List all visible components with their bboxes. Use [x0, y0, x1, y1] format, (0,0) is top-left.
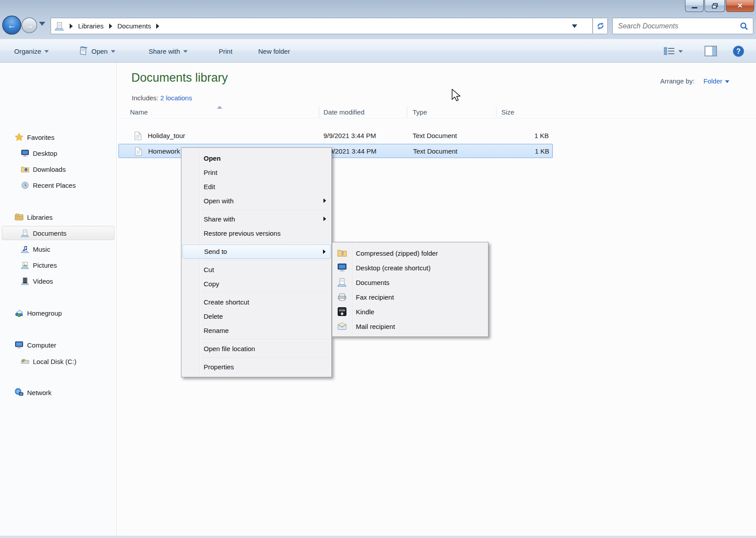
sidebar-label: Documents	[33, 229, 67, 237]
chevron-down-icon	[44, 50, 49, 53]
organize-label: Organize	[14, 47, 41, 55]
change-view-button[interactable]	[664, 40, 683, 63]
print-button[interactable]: Print	[219, 40, 232, 63]
notepad-icon	[79, 46, 88, 56]
computer-icon	[15, 340, 24, 349]
sendto-item-documents[interactable]: Documents	[332, 275, 488, 290]
text-document-icon	[135, 147, 142, 156]
menu-item-restore-previous-versions[interactable]: Restore previous versions	[181, 226, 331, 241]
sidebar-item-local-disk-c[interactable]: Local Disk (C:)	[21, 354, 76, 368]
forward-button[interactable]: →	[21, 17, 37, 33]
svg-text:kindle: kindle	[339, 309, 345, 312]
new-folder-button[interactable]: New folder	[258, 40, 290, 63]
menu-item-copy[interactable]: Copy	[181, 277, 331, 291]
sidebar-label: Music	[33, 245, 50, 253]
help-icon: ?	[732, 45, 744, 57]
menu-item-properties[interactable]: Properties	[181, 360, 331, 374]
file-row-holiday-tour[interactable]: Holiday_tour 9/9/2021 3:44 PM Text Docum…	[118, 129, 553, 143]
arrange-by-value[interactable]: Folder	[703, 77, 729, 85]
minimize-button[interactable]	[685, 0, 704, 12]
sort-ascending-icon[interactable]	[217, 106, 222, 109]
column-separator[interactable]	[407, 107, 407, 118]
text-document-icon	[134, 131, 142, 140]
menu-item-label: Open with	[204, 197, 234, 205]
file-date: 9/9/2021 3:44 PM	[323, 129, 376, 143]
organize-button[interactable]: Organize	[14, 40, 49, 63]
preview-pane-button[interactable]	[705, 40, 717, 63]
breadcrumb-documents[interactable]: Documents	[118, 22, 151, 30]
menu-item-delete[interactable]: Delete	[181, 309, 331, 324]
sendto-item-mail-recipient[interactable]: Mail recipient	[332, 319, 488, 334]
star-icon	[15, 133, 24, 142]
help-button[interactable]: ?	[732, 40, 744, 63]
locations-link[interactable]: 2 locations	[160, 94, 192, 102]
includes-label: Includes:	[132, 94, 158, 102]
menu-item-open[interactable]: Open	[181, 151, 331, 166]
column-header-name[interactable]: Name	[130, 107, 148, 118]
file-size: 1 KB	[496, 129, 549, 143]
submenu-arrow-icon	[323, 249, 326, 254]
sidebar-item-downloads[interactable]: Downloads	[21, 162, 66, 176]
share-with-label: Share with	[149, 47, 180, 55]
menu-item-open-with[interactable]: Open with	[181, 194, 331, 208]
maximize-button[interactable]	[705, 0, 725, 12]
menu-separator	[181, 259, 331, 263]
menu-item-create-shortcut[interactable]: Create shortcut	[181, 295, 331, 309]
local-disk-icon	[21, 357, 29, 366]
sidebar-item-recent-places[interactable]: Recent Places	[21, 178, 76, 192]
sidebar-item-desktop[interactable]: Desktop	[21, 146, 57, 160]
sidebar-item-documents[interactable]: Documents	[21, 226, 67, 240]
sidebar-item-computer[interactable]: Computer	[15, 338, 56, 352]
file-name: Holiday_tour	[148, 129, 185, 143]
sendto-item-compressed-folder[interactable]: Compressed (zipped) folder	[332, 246, 488, 261]
back-arrow-icon: ←	[8, 21, 16, 30]
sidebar-label: Computer	[27, 341, 56, 349]
breadcrumb-arrow-icon[interactable]	[70, 24, 73, 29]
sidebar-item-videos[interactable]: Videos	[21, 274, 53, 288]
close-button[interactable]: ✕	[726, 0, 754, 12]
arrange-by[interactable]: Arrange by: Folder	[660, 77, 729, 85]
column-header-date[interactable]: Date modified	[323, 107, 365, 118]
sidebar-label: Recent Places	[33, 182, 76, 189]
list-view-icon	[664, 46, 675, 56]
menu-item-edit[interactable]: Edit	[181, 180, 331, 194]
menu-item-print[interactable]: Print	[181, 166, 331, 180]
share-with-button[interactable]: Share with	[149, 40, 188, 63]
sendto-item-kindle[interactable]: kindle Kindle	[332, 305, 488, 319]
desktop-icon	[337, 263, 347, 273]
explorer-window: ✕ ← → Libraries Documents	[0, 0, 756, 538]
menu-item-rename[interactable]: Rename	[181, 324, 331, 338]
address-dropdown-icon[interactable]	[572, 24, 577, 28]
breadcrumb-arrow-icon[interactable]	[156, 24, 159, 29]
sendto-item-fax-recipient[interactable]: Fax recipient	[332, 290, 488, 305]
sidebar-item-pictures[interactable]: Pictures	[21, 258, 57, 272]
menu-item-share-with[interactable]: Share with	[181, 212, 331, 226]
sidebar-item-music[interactable]: Music	[21, 242, 50, 256]
address-bar[interactable]: Libraries Documents	[51, 18, 593, 34]
minimize-icon	[692, 7, 697, 8]
menu-item-send-to[interactable]: Send to	[182, 245, 331, 259]
open-button[interactable]: Open	[79, 40, 115, 63]
file-type: Text Document	[413, 129, 457, 143]
documents-library-icon	[337, 277, 347, 287]
breadcrumb-arrow-icon[interactable]	[109, 24, 112, 29]
column-header-type[interactable]: Type	[413, 107, 427, 118]
back-button[interactable]: ←	[2, 16, 21, 35]
column-separator[interactable]	[319, 107, 319, 118]
menu-item-open-file-location[interactable]: Open file location	[181, 342, 331, 356]
breadcrumb-libraries[interactable]: Libraries	[78, 22, 104, 30]
chevron-down-icon	[725, 80, 729, 83]
sidebar-item-homegroup[interactable]: Homegroup	[15, 306, 62, 320]
refresh-button[interactable]	[593, 18, 608, 34]
sidebar-item-libraries[interactable]: Libraries	[15, 210, 53, 224]
column-separator[interactable]	[496, 107, 496, 118]
sendto-item-desktop-shortcut[interactable]: Desktop (create shortcut)	[332, 261, 488, 275]
menu-item-label: Fax recipient	[356, 293, 394, 301]
search-input[interactable]	[613, 22, 740, 30]
menu-item-cut[interactable]: Cut	[181, 263, 331, 277]
column-header-size[interactable]: Size	[501, 107, 514, 118]
submenu-arrow-icon	[323, 217, 326, 221]
sidebar-item-network[interactable]: Network	[15, 385, 51, 400]
recent-pages-dropdown[interactable]	[39, 22, 45, 26]
sidebar-item-favorites[interactable]: Favorites	[15, 130, 55, 144]
